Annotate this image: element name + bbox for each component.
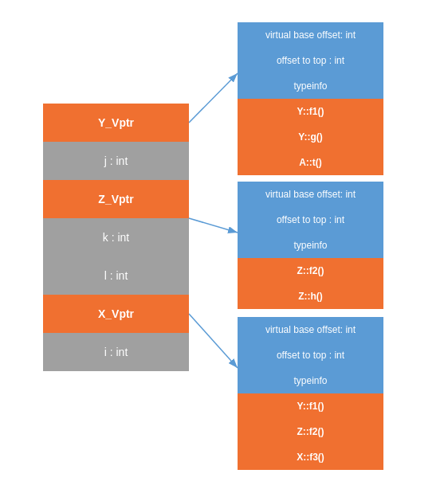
- vtable-cell: Y::f1(): [238, 99, 383, 124]
- vtable-cell: Z::f2(): [238, 258, 383, 284]
- arrow-line: [189, 314, 238, 368]
- arrow-line: [189, 218, 238, 233]
- vtable-cell: Y::f1(): [238, 393, 383, 419]
- vtable-cell: offset to top : int: [238, 207, 383, 233]
- vtable-cell: virtual base offset: int: [238, 182, 383, 207]
- mem-cell: j : int: [43, 142, 189, 180]
- vtable-cell: typeinfo: [238, 73, 383, 99]
- memory-block: Y_Vptrj : intZ_Vptrk : intl : intX_Vptri…: [43, 104, 189, 371]
- mem-cell: Y_Vptr: [43, 104, 189, 142]
- vtable-cell: typeinfo: [238, 233, 383, 258]
- vtable-cell: typeinfo: [238, 368, 383, 393]
- vtable-cell: offset to top : int: [238, 48, 383, 73]
- vtable1: virtual base offset: intoffset to top : …: [238, 22, 383, 175]
- mem-cell: k : int: [43, 218, 189, 256]
- vtable-cell: offset to top : int: [238, 342, 383, 368]
- vtable2: virtual base offset: intoffset to top : …: [238, 182, 383, 309]
- mem-cell: X_Vptr: [43, 295, 189, 333]
- vtable3: virtual base offset: intoffset to top : …: [238, 317, 383, 470]
- mem-cell: l : int: [43, 256, 189, 295]
- mem-cell: Z_Vptr: [43, 180, 189, 218]
- vtable-cell: Z::h(): [238, 284, 383, 309]
- vtable-cell: virtual base offset: int: [238, 317, 383, 342]
- vtable-cell: A::t(): [238, 150, 383, 175]
- vtable-cell: virtual base offset: int: [238, 22, 383, 48]
- vtable-cell: X::f3(): [238, 444, 383, 470]
- mem-cell: i : int: [43, 333, 189, 371]
- diagram: Y_Vptrj : intZ_Vptrk : intl : intX_Vptri…: [0, 0, 448, 493]
- arrow-line: [189, 73, 238, 123]
- vtable-cell: Z::f2(): [238, 419, 383, 444]
- vtable-cell: Y::g(): [238, 124, 383, 150]
